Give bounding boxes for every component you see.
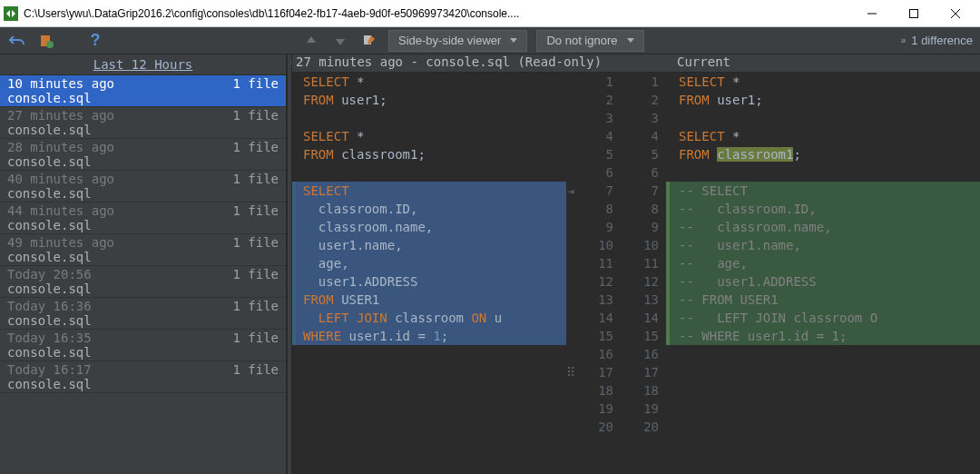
chevron-down-icon [627,38,634,43]
history-time: 49 minutes ago [7,235,114,250]
history-file-count: 1 file [232,140,279,154]
code-line: -- classroom.name, [666,218,980,236]
svg-rect-0 [4,6,18,21]
code-line: -- SELECT [666,182,980,200]
history-item[interactable]: 28 minutes ago1 fileconsole.sql [0,139,286,171]
code-line [679,163,980,182]
history-item[interactable]: 27 minutes ago1 fileconsole.sql [0,107,286,139]
code-line [679,381,980,400]
history-filename: console.sql [7,218,279,232]
code-line: FROM user1; [679,91,980,109]
code-line: -- classroom.ID, [666,200,980,218]
gutter-number: 18 [575,381,613,400]
code-line: user1.ADDRESS [292,272,566,291]
history-item[interactable]: 10 minutes ago1 fileconsole.sql [0,75,286,107]
gutter-number: 14 [621,309,659,327]
gutter-number: 13 [575,291,613,309]
history-time: 10 minutes ago [7,76,114,91]
gutter-number: 15 [621,327,659,345]
gutter-number: 17 [621,363,659,381]
code-line: SELECT * [679,73,980,91]
ignore-mode-select[interactable]: Do not ignore [536,30,643,52]
help-icon[interactable]: ? [85,31,105,51]
history-item[interactable]: Today 16:351 fileconsole.sql [0,330,286,361]
new-console-icon[interactable] [36,31,56,51]
history-filename: console.sql [7,91,279,105]
gutter-number: 2 [575,91,613,109]
history-item[interactable]: 44 minutes ago1 fileconsole.sql [0,202,286,234]
difference-count: 1 difference [911,34,973,47]
code-line: user1.name, [292,236,566,254]
undo-icon[interactable] [7,31,27,51]
gutter-number: 10 [621,236,659,254]
maximize-button[interactable] [893,0,935,27]
gutter-number: 17 [575,363,613,381]
chevron-right-icon: » [901,35,906,45]
right-code-pane[interactable]: SELECT *FROM user1; SELECT *FROM classro… [666,73,980,474]
history-time: Today 20:56 [7,267,92,281]
gutter-marker: ⇥ [566,182,575,200]
history-item[interactable]: 40 minutes ago1 fileconsole.sql [0,171,286,202]
history-file-count: 1 file [232,76,279,91]
history-time: 27 minutes ago [7,108,114,123]
right-pane-title: Current [673,54,730,72]
history-time: 40 minutes ago [7,172,114,186]
gutter-number: 3 [575,109,613,127]
gutter-number: 16 [575,345,613,363]
gutter-number: 9 [575,218,613,236]
history-item[interactable]: 49 minutes ago1 fileconsole.sql [0,234,286,266]
code-line: SELECT * [303,127,566,145]
history-file-count: 1 file [232,235,279,250]
left-pane-title: 27 minutes ago - console.sql (Read-only) [292,54,673,72]
gutter-marker [566,291,575,309]
code-line: SELECT * [303,73,566,91]
gutter-marker [566,345,575,363]
edit-icon[interactable] [359,31,379,51]
gutter-number: 10 [575,236,613,254]
gutter-number: 13 [621,291,659,309]
arrow-up-icon[interactable] [301,31,321,51]
close-button[interactable] [935,0,976,27]
gutter-number: 1 [575,73,613,91]
code-line: classroom.ID, [292,200,566,218]
gutter-marker [566,109,575,127]
gutter-number: 7 [575,182,613,200]
arrow-down-icon[interactable] [330,31,350,51]
window-title: C:\Users\ywu\.DataGrip2016.2\config\cons… [24,7,851,20]
gutter-marker [566,381,575,400]
history-file-count: 1 file [232,108,279,123]
gutter-marker [566,200,575,218]
gutter-marker [566,254,575,272]
gutter-number: 12 [621,272,659,291]
gutter-number: 11 [621,254,659,272]
history-item[interactable]: Today 16:171 fileconsole.sql [0,361,286,393]
gutter-number: 4 [575,127,613,145]
gutter-number: 5 [621,145,659,163]
gutter-number: 1 [621,73,659,91]
history-file-count: 1 file [232,172,279,186]
gutter-number: 14 [575,309,613,327]
code-line: SELECT [292,182,566,200]
viewer-mode-select[interactable]: Side-by-side viewer [388,30,527,52]
code-line: -- user1.name, [666,236,980,254]
main-area: Last 12 Hours 10 minutes ago1 fileconsol… [0,54,980,474]
history-time: Today 16:17 [7,362,92,377]
code-line: LEFT JOIN classroom ON u [292,309,566,327]
minimize-button[interactable] [851,0,893,27]
chevron-down-icon [510,38,517,43]
code-line: -- age, [666,254,980,272]
gutter-number: 11 [575,254,613,272]
history-filename: console.sql [7,123,279,137]
gutter-number: 19 [621,400,659,418]
history-item[interactable]: Today 16:361 fileconsole.sql [0,298,286,330]
gutter-marker [566,73,575,91]
gutter-number: 4 [621,127,659,145]
gutter-number: 6 [621,163,659,182]
left-code-pane[interactable]: SELECT *FROM user1; SELECT *FROM classro… [292,73,566,474]
gutter-number: 8 [575,200,613,218]
history-item[interactable]: Today 20:561 fileconsole.sql [0,266,286,298]
gutter-number: 19 [575,400,613,418]
gutter-marker [566,400,575,418]
code-line: age, [292,254,566,272]
gutter-number: 7 [621,182,659,200]
